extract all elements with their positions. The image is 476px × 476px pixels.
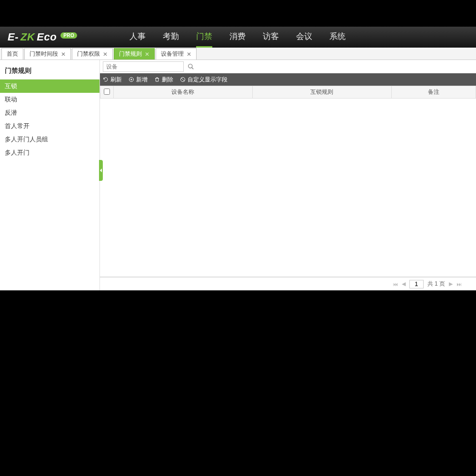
search-input[interactable] xyxy=(103,61,184,72)
svg-line-1 xyxy=(192,67,194,69)
tab-device-mgmt[interactable]: 设备管理 ✕ xyxy=(156,48,197,60)
table-header-row: 设备名称 互锁规则 备注 xyxy=(100,86,476,99)
tab-access-timezone[interactable]: 门禁时间段 ✕ xyxy=(24,48,71,60)
tab-label: 门禁规则 xyxy=(119,50,142,58)
sidebar-item-firstopen[interactable]: 首人常开 xyxy=(0,119,99,133)
tab-access-permission[interactable]: 门禁权限 ✕ xyxy=(72,48,113,60)
add-button[interactable]: 新增 xyxy=(129,76,148,84)
logo-pro-badge: PRO xyxy=(60,32,77,39)
topnav-item-consumption[interactable]: 消费 xyxy=(229,27,246,48)
pager-prev-icon[interactable]: ◀ xyxy=(402,281,406,287)
select-all-checkbox[interactable] xyxy=(104,89,110,95)
pager-page-input[interactable] xyxy=(409,280,424,288)
tab-label: 设备管理 xyxy=(161,50,184,58)
topnav-item-access[interactable]: 门禁 xyxy=(196,27,212,48)
tab-label: 门禁时间段 xyxy=(30,50,58,58)
columns-label: 自定义显示字段 xyxy=(188,76,228,84)
ban-icon xyxy=(180,77,186,82)
pager-next-icon[interactable]: ▶ xyxy=(449,281,453,287)
header: E-ZKEco PRO 人事 考勤 门禁 消费 访客 会议 系统 xyxy=(0,27,476,48)
close-icon[interactable]: ✕ xyxy=(145,51,149,58)
pager-total: 共 1 页 xyxy=(427,280,445,288)
sidebar-item-interlock[interactable]: 互锁 xyxy=(0,79,99,93)
refresh-icon xyxy=(103,77,109,82)
close-icon[interactable]: ✕ xyxy=(103,51,108,58)
sidebar-item-antipassback[interactable]: 反潜 xyxy=(0,106,99,119)
add-label: 新增 xyxy=(136,76,148,84)
col-rule[interactable]: 互锁规则 xyxy=(252,86,391,99)
topnav-item-visitor[interactable]: 访客 xyxy=(263,27,279,48)
main-panel: 刷新 新增 删除 自定义显示字段 xyxy=(100,60,476,290)
tab-home[interactable]: 首页 xyxy=(1,48,23,60)
topnav-item-meeting[interactable]: 会议 xyxy=(296,27,312,48)
svg-line-6 xyxy=(181,78,185,81)
sidebar-item-multigroup[interactable]: 多人开门人员组 xyxy=(0,133,99,146)
sidebar-item-multiopen[interactable]: 多人开门 xyxy=(0,146,99,159)
sidebar-collapse-handle[interactable] xyxy=(99,160,103,181)
tabbar: 首页 门禁时间段 ✕ 门禁权限 ✕ 门禁规则 ✕ 设备管理 ✕ xyxy=(0,48,476,60)
topnav-item-system[interactable]: 系统 xyxy=(329,27,346,48)
sidebar-item-linkage[interactable]: 联动 xyxy=(0,93,99,106)
sidebar-title: 门禁规则 xyxy=(0,60,99,79)
toolbar: 刷新 新增 删除 自定义显示字段 xyxy=(100,73,476,86)
columns-button[interactable]: 自定义显示字段 xyxy=(180,76,228,84)
tab-label: 门禁权限 xyxy=(77,50,100,58)
col-device-name[interactable]: 设备名称 xyxy=(114,86,253,99)
pager-first-icon[interactable]: ⏮ xyxy=(393,281,398,287)
delete-button[interactable]: 删除 xyxy=(154,76,173,84)
svg-point-0 xyxy=(188,64,192,68)
app-window: E-ZKEco PRO 人事 考勤 门禁 消费 访客 会议 系统 首页 门禁时间… xyxy=(0,27,476,290)
pager-last-icon[interactable]: ⏭ xyxy=(456,281,462,287)
logo: E-ZKEco PRO xyxy=(8,31,77,43)
delete-label: 删除 xyxy=(162,76,173,84)
topnav-item-attendance[interactable]: 考勤 xyxy=(163,27,179,48)
topnav-item-personnel[interactable]: 人事 xyxy=(129,27,146,48)
tab-label: 首页 xyxy=(7,50,18,58)
body: 门禁规则 互锁 联动 反潜 首人常开 多人开门人员组 多人开门 刷新 xyxy=(0,60,476,290)
plus-icon xyxy=(129,77,134,82)
tab-access-rule[interactable]: 门禁规则 ✕ xyxy=(114,48,155,60)
topnav: 人事 考勤 门禁 消费 访客 会议 系统 xyxy=(129,27,346,48)
close-icon[interactable]: ✕ xyxy=(187,51,191,58)
refresh-label: 刷新 xyxy=(110,76,122,84)
sidebar: 门禁规则 互锁 联动 反潜 首人常开 多人开门人员组 多人开门 xyxy=(0,60,100,290)
close-icon[interactable]: ✕ xyxy=(61,51,66,58)
col-remark[interactable]: 备注 xyxy=(391,86,476,99)
search-row xyxy=(100,60,476,73)
search-icon[interactable] xyxy=(187,62,195,71)
data-grid: 设备名称 互锁规则 备注 xyxy=(100,86,476,277)
trash-icon xyxy=(154,77,160,82)
refresh-button[interactable]: 刷新 xyxy=(103,76,122,84)
select-all-cell xyxy=(100,86,114,99)
grid-body-empty xyxy=(100,99,476,270)
pager: ⏮ ◀ 共 1 页 ▶ ⏭ xyxy=(100,277,476,290)
